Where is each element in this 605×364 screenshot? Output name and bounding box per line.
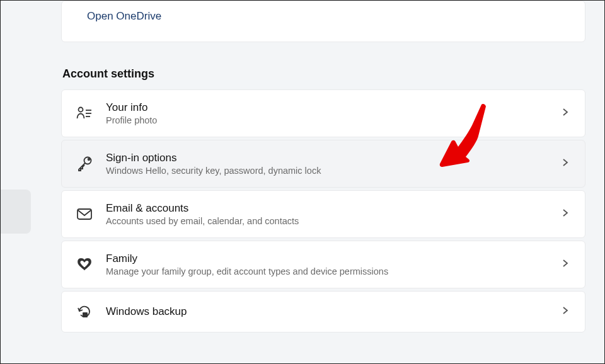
your-info-item[interactable]: Your info Profile photo <box>61 89 585 137</box>
chevron-right-icon <box>561 108 570 119</box>
svg-rect-7 <box>83 312 88 317</box>
settings-list: Your info Profile photo Sign-in options … <box>61 89 585 333</box>
section-heading-account-settings: Account settings <box>62 67 585 81</box>
setting-desc: Accounts used by email, calendar, and co… <box>106 216 548 226</box>
setting-title: Windows backup <box>106 305 548 318</box>
setting-title: Your info <box>106 101 548 114</box>
chevron-right-icon <box>561 158 570 169</box>
email-accounts-item[interactable]: Email & accounts Accounts used by email,… <box>61 190 585 238</box>
chevron-right-icon <box>561 259 570 270</box>
svg-point-5 <box>88 159 90 161</box>
backup-icon <box>76 303 93 321</box>
setting-desc: Profile photo <box>106 115 548 125</box>
svg-rect-6 <box>78 209 91 219</box>
setting-text: Family Manage your family group, edit ac… <box>106 253 548 276</box>
setting-text: Your info Profile photo <box>106 101 548 125</box>
sidebar-edge <box>1 190 31 234</box>
setting-title: Email & accounts <box>106 202 548 215</box>
family-item[interactable]: Family Manage your family group, edit ac… <box>61 241 585 288</box>
setting-desc: Windows Hello, security key, password, d… <box>106 166 548 176</box>
svg-point-0 <box>79 108 83 112</box>
svg-point-4 <box>84 157 91 164</box>
onedrive-card[interactable]: Open OneDrive <box>61 1 585 42</box>
windows-backup-item[interactable]: Windows backup <box>61 291 585 333</box>
setting-text: Sign-in options Windows Hello, security … <box>106 152 548 176</box>
open-onedrive-link[interactable]: Open OneDrive <box>87 10 161 22</box>
setting-desc: Manage your family group, edit account t… <box>106 266 548 276</box>
key-icon <box>76 155 93 173</box>
setting-text: Windows backup <box>106 305 548 318</box>
person-lines-icon <box>76 105 93 122</box>
setting-title: Sign-in options <box>106 152 548 164</box>
mail-icon <box>76 205 93 223</box>
sign-in-options-item[interactable]: Sign-in options Windows Hello, security … <box>61 140 585 188</box>
settings-content: Open OneDrive Account settings Your info… <box>1 1 604 333</box>
chevron-right-icon <box>561 208 570 220</box>
chevron-right-icon <box>561 306 570 317</box>
setting-title: Family <box>106 253 548 265</box>
setting-text: Email & accounts Accounts used by email,… <box>106 202 548 226</box>
hearts-icon <box>76 256 93 273</box>
